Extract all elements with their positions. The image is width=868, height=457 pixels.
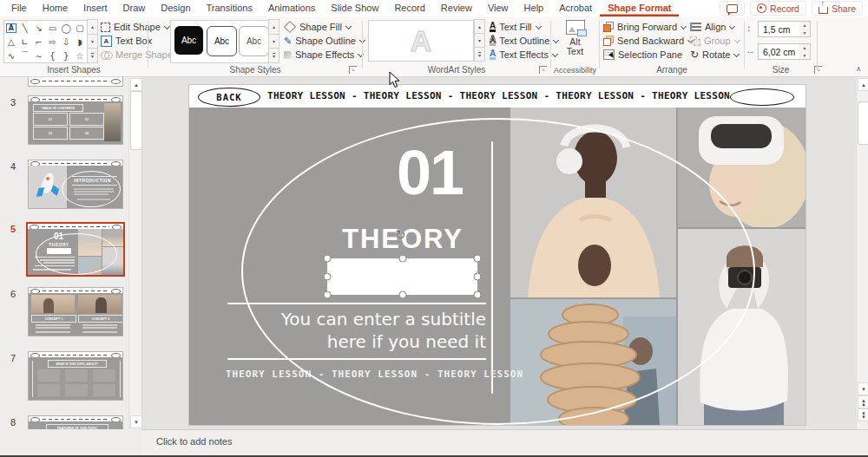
oval-icon[interactable]: ◯	[59, 21, 73, 35]
photo-layered-sculpture[interactable]	[510, 299, 676, 425]
wordart-dialog-launcher[interactable]	[539, 66, 547, 74]
align-button[interactable]: Align	[690, 20, 734, 34]
shape-width-input[interactable]: 6,02 cm	[758, 43, 806, 60]
shape-styles-more-button[interactable]: ▾	[268, 48, 279, 63]
curve-icon[interactable]: ∼	[32, 49, 46, 62]
selected-text-box[interactable]	[327, 258, 477, 295]
freeform-icon[interactable]: ◗	[73, 35, 87, 49]
left-brace-icon[interactable]: {	[45, 49, 59, 62]
shape-style-preset-3[interactable]: Abc	[239, 26, 269, 56]
shape-style-preset-2[interactable]: Abc	[207, 26, 237, 56]
slide-canvas[interactable]: BACK THEORY LESSON - THEORY LESSON - THE…	[189, 85, 806, 425]
photo-woman-vr-headset[interactable]	[678, 108, 806, 227]
selection-handle-nw[interactable]	[324, 255, 332, 263]
selection-handle-sw[interactable]	[324, 291, 332, 299]
group-button[interactable]: Group	[690, 34, 740, 48]
footer-marquee-text[interactable]: THEORY LESSON - THEORY LESSON - THEORY L…	[226, 369, 523, 380]
elbow-connector-icon[interactable]: ∟	[18, 35, 32, 49]
subtitle-text[interactable]: You can enter a subtitlehere if you need…	[227, 308, 486, 353]
height-decrease-button[interactable]: ▼	[799, 29, 810, 37]
line-icon[interactable]: ╲	[18, 21, 32, 35]
gallery-scroll-down[interactable]: ▾	[87, 34, 98, 49]
selection-handle-s[interactable]	[398, 291, 406, 299]
text-box-icon[interactable]: A	[4, 21, 18, 35]
thumbnail-slide-8[interactable]: FEATURES OF THIS TOPIC 01 02	[28, 415, 123, 429]
menu-tab-help[interactable]: Help	[516, 0, 552, 16]
thumbnail-scroll-thumb[interactable]	[130, 91, 142, 150]
menu-tab-draw[interactable]: Draw	[115, 0, 154, 16]
thumbnail-slide-7[interactable]: WHAT IS THIS TOPIC ABOUT?	[28, 351, 123, 401]
text-box-button[interactable]: AText Box	[101, 34, 152, 48]
photo-person-with-camera[interactable]	[678, 229, 806, 425]
shape-fill-button[interactable]: Shape Fill	[284, 20, 351, 34]
thumbnail-scrollbar[interactable]: ▲ ▼	[128, 77, 141, 429]
shape-height-input[interactable]: 1,5 cm	[758, 21, 806, 37]
thumbnail-scroll-up-button[interactable]: ▲	[130, 78, 142, 91]
selection-handle-e[interactable]	[474, 273, 482, 281]
collapse-ribbon-button[interactable]: ∧	[856, 65, 861, 73]
star-icon[interactable]: ☆	[73, 49, 87, 62]
alt-text-button[interactable]: AltText	[551, 20, 599, 56]
next-slide-button[interactable]: ▼▼	[858, 408, 868, 421]
menu-tab-animations[interactable]: Animations	[260, 0, 323, 16]
shape-styles-scroll-up[interactable]: ▴	[268, 19, 279, 35]
thumbnail-slide-5[interactable]: 01 THEORY	[26, 222, 125, 277]
gallery-more-button[interactable]: ▾	[87, 48, 98, 63]
section-number-text[interactable]: 01	[391, 140, 469, 205]
selection-handle-n[interactable]	[398, 255, 406, 263]
back-button-shape[interactable]: BACK	[198, 88, 260, 107]
text-effects-button[interactable]: AText Effects	[490, 48, 557, 62]
comments-button[interactable]	[720, 1, 745, 16]
shape-style-preset-1[interactable]: Abc	[174, 26, 203, 55]
main-scrollbar[interactable]: ▲ ▼ ▲▲ ▼▼	[856, 77, 868, 429]
wordart-preview[interactable]: A	[368, 20, 474, 62]
bring-forward-button[interactable]: Bring Forward	[603, 20, 686, 34]
shape-styles-scroll-down[interactable]: ▾	[268, 34, 279, 49]
selection-handle-se[interactable]	[474, 291, 482, 299]
down-arrow-icon[interactable]: ⇩	[59, 35, 73, 49]
text-outline-button[interactable]: AText Outline	[490, 34, 558, 48]
arc-icon[interactable]: ⌒	[18, 49, 32, 62]
thumbnail-slide-4[interactable]: INTRODUCTION	[28, 160, 123, 209]
menu-tab-view[interactable]: View	[480, 0, 516, 16]
thumbnail-scroll-down-button[interactable]: ▼	[130, 415, 142, 428]
scroll-down-button[interactable]: ▼	[858, 382, 868, 395]
elbow-arrow-connector-icon[interactable]: ⌐	[32, 35, 46, 49]
triangle-icon[interactable]: △	[4, 35, 18, 49]
scroll-thumb[interactable]	[858, 101, 868, 145]
rectangle-icon[interactable]: ▭	[45, 21, 59, 35]
menu-tab-acrobat[interactable]: Acrobat	[551, 0, 600, 16]
gallery-scroll-up[interactable]: ▴	[87, 19, 98, 35]
wordart-scroll-up[interactable]: ▴	[474, 19, 485, 34]
selection-pane-button[interactable]: Selection Pane	[603, 48, 682, 62]
menu-tab-design[interactable]: Design	[153, 0, 198, 16]
rotate-button[interactable]: ↻Rotate	[690, 48, 739, 62]
line-arrow-icon[interactable]: ↘	[32, 21, 46, 35]
menu-tab-slide-show[interactable]: Slide Show	[323, 0, 386, 16]
right-arrow-icon[interactable]: ⇨	[45, 35, 59, 49]
menu-tab-insert[interactable]: Insert	[76, 0, 115, 16]
menu-tab-file[interactable]: File	[3, 0, 35, 16]
right-brace-icon[interactable]: }	[59, 49, 73, 62]
header-marquee-text[interactable]: THEORY LESSON - THEORY LESSON - THEORY L…	[267, 90, 723, 101]
scribble-icon[interactable]: ∿	[4, 49, 18, 62]
selection-handle-ne[interactable]	[474, 255, 482, 263]
shape-outline-button[interactable]: ✎Shape Outline	[284, 34, 365, 48]
scroll-up-button[interactable]: ▲	[858, 78, 868, 91]
shape-styles-dialog-launcher[interactable]	[349, 66, 357, 74]
menu-tab-shape-format[interactable]: Shape Format	[600, 0, 679, 16]
record-button[interactable]: Record	[750, 1, 806, 16]
thumbnail-slide-2-partial[interactable]	[28, 77, 123, 87]
decorative-ellipse-shape[interactable]	[730, 88, 794, 106]
wordart-scroll-down[interactable]: ▾	[474, 33, 485, 48]
selection-handle-w[interactable]	[324, 273, 332, 281]
rounded-rectangle-icon[interactable]: ▢	[73, 21, 87, 35]
photo-man-headphones[interactable]	[510, 108, 676, 297]
rotate-handle-icon[interactable]: ↻	[395, 227, 406, 243]
send-backward-button[interactable]: Send Backward	[603, 34, 693, 48]
notes-panel[interactable]: Click to add notes	[141, 429, 868, 456]
menu-tab-review[interactable]: Review	[433, 0, 480, 16]
menu-tab-transitions[interactable]: Transitions	[199, 0, 260, 16]
text-fill-button[interactable]: AText Fill	[490, 20, 541, 34]
width-increase-button[interactable]: ▲	[799, 44, 810, 52]
